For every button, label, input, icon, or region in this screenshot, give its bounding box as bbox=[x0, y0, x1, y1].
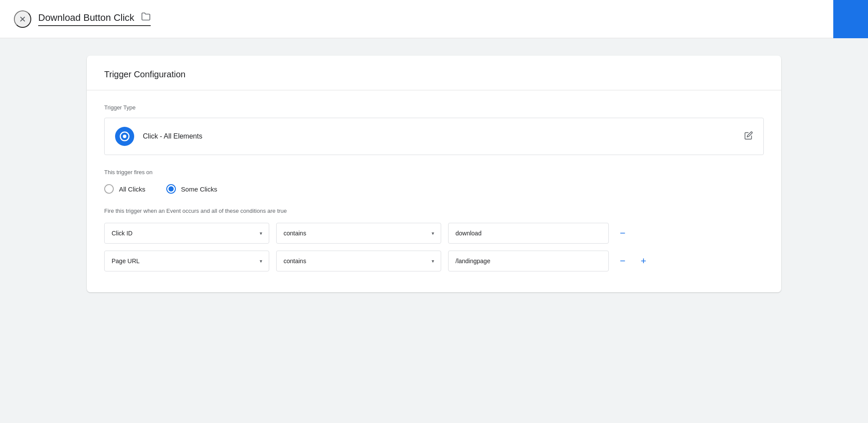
fires-on-label: This trigger fires on bbox=[104, 169, 764, 175]
page-title: Download Button Click bbox=[38, 12, 134, 23]
condition-1-remove-button[interactable]: − bbox=[616, 226, 630, 240]
condition-2-variable-select[interactable]: Click ID Click Classes Click Element Cli… bbox=[104, 251, 269, 271]
conditions-section: Fire this trigger when an Event occurs a… bbox=[104, 208, 764, 271]
fires-on-radio-group: All Clicks Some Clicks bbox=[104, 184, 764, 194]
trigger-type-selector[interactable]: Click - All Elements bbox=[104, 118, 764, 155]
edit-trigger-type-button[interactable] bbox=[744, 131, 753, 142]
header: Download Button Click bbox=[0, 0, 868, 38]
some-clicks-radio[interactable] bbox=[166, 184, 176, 194]
save-button[interactable] bbox=[833, 0, 868, 38]
card-body: Trigger Type Click - All Elements bbox=[87, 90, 781, 292]
trigger-type-name: Click - All Elements bbox=[143, 132, 202, 140]
condition-2-remove-button[interactable]: − bbox=[616, 254, 630, 268]
trigger-type-left: Click - All Elements bbox=[115, 127, 202, 146]
condition-1-operator-wrapper: contains equals starts with ends with ma… bbox=[276, 223, 441, 244]
conditions-label: Fire this trigger when an Event occurs a… bbox=[104, 208, 764, 214]
minus-icon-2: − bbox=[620, 256, 626, 266]
all-clicks-option[interactable]: All Clicks bbox=[104, 184, 145, 194]
condition-1-variable-select[interactable]: Click ID Click Classes Click Element Cli… bbox=[104, 223, 269, 244]
condition-2-value-input[interactable] bbox=[448, 251, 609, 271]
condition-2-operator-select[interactable]: contains equals starts with ends with ma… bbox=[276, 251, 441, 271]
some-clicks-option[interactable]: Some Clicks bbox=[166, 184, 217, 194]
folder-icon[interactable] bbox=[141, 12, 151, 23]
svg-point-3 bbox=[123, 135, 126, 138]
all-clicks-radio[interactable] bbox=[104, 184, 114, 194]
trigger-type-section: Trigger Type Click - All Elements bbox=[104, 104, 764, 155]
all-clicks-label: All Clicks bbox=[119, 185, 145, 193]
header-title-container: Download Button Click bbox=[38, 12, 151, 26]
condition-1-value-input[interactable] bbox=[448, 223, 609, 244]
card-title: Trigger Configuration bbox=[104, 69, 185, 79]
close-button[interactable] bbox=[14, 10, 31, 28]
plus-icon: + bbox=[641, 256, 647, 266]
condition-2-operator-wrapper: contains equals starts with ends with ma… bbox=[276, 251, 441, 271]
condition-row-1: Click ID Click Classes Click Element Cli… bbox=[104, 223, 764, 244]
some-clicks-label: Some Clicks bbox=[181, 185, 217, 193]
trigger-config-card: Trigger Configuration Trigger Type Clic bbox=[87, 56, 781, 292]
minus-icon: − bbox=[620, 228, 626, 238]
click-all-elements-icon bbox=[115, 127, 134, 146]
fires-on-section: This trigger fires on All Clicks Some Cl… bbox=[104, 169, 764, 194]
trigger-type-label: Trigger Type bbox=[104, 104, 764, 111]
main-content: Trigger Configuration Trigger Type Clic bbox=[0, 38, 868, 423]
condition-add-button[interactable]: + bbox=[637, 254, 650, 268]
condition-2-variable-wrapper: Click ID Click Classes Click Element Cli… bbox=[104, 251, 269, 271]
condition-1-variable-wrapper: Click ID Click Classes Click Element Cli… bbox=[104, 223, 269, 244]
card-header: Trigger Configuration bbox=[87, 56, 781, 90]
condition-row-2: Click ID Click Classes Click Element Cli… bbox=[104, 251, 764, 271]
condition-1-operator-select[interactable]: contains equals starts with ends with ma… bbox=[276, 223, 441, 244]
